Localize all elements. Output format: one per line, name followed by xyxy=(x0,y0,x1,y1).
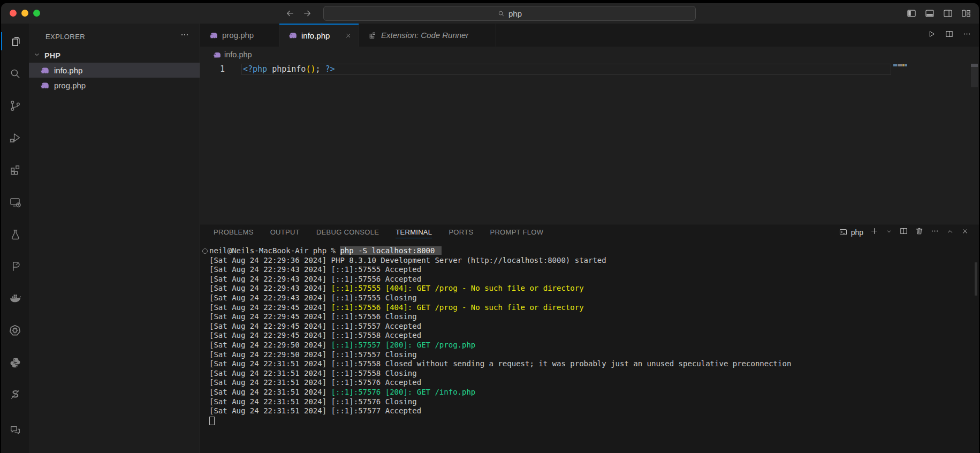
code-editor[interactable]: 1 <?php phpinfo(); ?> xyxy=(200,63,979,224)
run-code-icon[interactable] xyxy=(927,29,936,41)
kubernetes-icon[interactable] xyxy=(1,318,29,343)
folder-row-php[interactable]: PHP xyxy=(29,48,200,63)
search-query: php xyxy=(508,9,522,18)
kill-terminal-icon[interactable] xyxy=(915,227,924,238)
terminal-profile-chip[interactable]: php xyxy=(839,228,863,237)
tab-close-icon[interactable] xyxy=(343,31,353,40)
breadcrumb[interactable]: info.php xyxy=(200,47,979,63)
command-decoration-icon[interactable] xyxy=(202,248,208,254)
toggle-secondary-sidebar-icon[interactable] xyxy=(943,8,953,19)
tab-label: prog.php xyxy=(222,31,254,40)
explorer-icon[interactable] xyxy=(1,28,29,54)
tab-prog-php[interactable]: prog.php xyxy=(200,24,279,47)
terminal-log-line: [Sat Aug 24 22:29:36 2024]PHP 8.3.10 Dev… xyxy=(209,256,963,266)
php-file-icon xyxy=(40,66,49,75)
sidebar-title: EXPLORER xyxy=(45,33,85,41)
file-name: prog.php xyxy=(54,81,86,90)
terminal-log-line: [Sat Aug 24 22:29:45 2024][::1]:57556 [4… xyxy=(209,303,963,313)
panel-tab-prompt-flow[interactable]: PROMPT FLOW xyxy=(490,224,543,240)
new-terminal-icon[interactable] xyxy=(870,227,879,238)
terminal-log-line: [Sat Aug 24 22:31:51 2024][::1]:57576 [2… xyxy=(209,388,963,397)
vscode-window: php EXPLORER PHP info. xyxy=(1,3,979,453)
testing-icon[interactable] xyxy=(1,221,29,247)
chat-feedback-icon[interactable] xyxy=(1,417,29,443)
navigate-forward-icon[interactable] xyxy=(302,9,312,18)
php-file-icon xyxy=(40,81,49,90)
php-file-icon xyxy=(213,51,221,59)
panel-tab-bar: PROBLEMS OUTPUT DEBUG CONSOLE TERMINAL P… xyxy=(214,224,543,240)
editor-scrollbar[interactable] xyxy=(971,64,978,87)
extensions-file-icon xyxy=(368,31,377,40)
command-center-search[interactable]: php xyxy=(323,6,696,21)
terminal-log-line: [Sat Aug 24 22:29:43 2024][::1]:57555 Ac… xyxy=(209,265,963,275)
file-name: info.php xyxy=(54,66,82,75)
terminal-profile-label: php xyxy=(851,228,863,237)
terminal-log-line: [Sat Aug 24 22:31:51 2024][::1]:57577 Ac… xyxy=(209,406,963,416)
file-row-info-php[interactable]: info.php xyxy=(29,63,200,78)
tab-strip: prog.php info.php Extension: Code Runner xyxy=(200,24,979,47)
php-file-icon xyxy=(288,31,297,40)
panel-tab-terminal[interactable]: TERMINAL xyxy=(396,224,432,240)
maximize-panel-icon[interactable] xyxy=(946,227,954,238)
terminal-log-line: [Sat Aug 24 22:29:43 2024][::1]:57555 [4… xyxy=(209,284,963,293)
panel-tab-problems[interactable]: PROBLEMS xyxy=(214,224,254,240)
panel-tab-output[interactable]: OUTPUT xyxy=(270,224,300,240)
terminal-log-line: [Sat Aug 24 22:29:45 2024][::1]:57556 Cl… xyxy=(209,312,963,322)
terminal-log-line: [Sat Aug 24 22:29:50 2024][::1]:57557 Cl… xyxy=(209,350,963,360)
activity-bar xyxy=(1,24,29,453)
terminal-log-line: [Sat Aug 24 22:29:50 2024][::1]:57557 [2… xyxy=(209,341,963,350)
customize-layout-icon[interactable] xyxy=(961,8,971,19)
traffic-light-zoom-button[interactable] xyxy=(33,10,40,17)
editor-more-actions-icon[interactable] xyxy=(962,29,971,41)
terminal-log-line: [Sat Aug 24 22:29:45 2024][::1]:57558 Ac… xyxy=(209,331,963,341)
prompt-flow-icon[interactable] xyxy=(1,253,29,279)
semicolon: ; xyxy=(315,64,320,74)
breadcrumb-file: info.php xyxy=(224,50,252,59)
toggle-primary-sidebar-icon[interactable] xyxy=(906,8,917,19)
terminal-more-actions-icon[interactable] xyxy=(930,227,939,238)
folder-expand-chevron-icon xyxy=(33,51,41,61)
toggle-panel-icon[interactable] xyxy=(924,8,935,19)
current-line-highlight xyxy=(241,64,891,75)
extensions-icon[interactable] xyxy=(1,157,29,183)
title-bar: php xyxy=(1,3,979,24)
search-icon xyxy=(497,10,505,18)
source-control-icon[interactable] xyxy=(1,93,29,118)
phpinfo-call: phpinfo xyxy=(267,64,306,74)
php-close-tag: ?> xyxy=(321,64,335,74)
file-row-prog-php[interactable]: prog.php xyxy=(29,78,200,93)
bottom-panel: PROBLEMS OUTPUT DEBUG CONSOLE TERMINAL P… xyxy=(200,224,979,453)
terminal-actions: php xyxy=(839,224,969,240)
close-panel-icon[interactable] xyxy=(961,227,969,238)
minimap[interactable] xyxy=(893,64,907,66)
shell-prompt: neil@Neils-MacBook-Air php % xyxy=(209,246,336,255)
python-icon[interactable] xyxy=(1,350,29,375)
remote-explorer-icon[interactable] xyxy=(1,189,29,215)
terminal-scrollbar[interactable] xyxy=(975,262,977,296)
editor-group: prog.php info.php Extension: Code Runner… xyxy=(200,24,979,453)
panel-tab-debug-console[interactable]: DEBUG CONSOLE xyxy=(316,224,379,240)
split-terminal-icon[interactable] xyxy=(899,227,908,238)
traffic-light-minimize-button[interactable] xyxy=(21,10,28,17)
executed-command: php -S localhost:8000 xyxy=(340,246,442,255)
tab-extension-code-runner[interactable]: Extension: Code Runner xyxy=(359,24,496,47)
line-number: 1 xyxy=(200,64,225,75)
terminal-prompt-line: neil@Neils-MacBook-Air php %php -S local… xyxy=(209,246,963,256)
launch-profile-chevron-icon[interactable] xyxy=(885,228,893,237)
explorer-more-actions-icon[interactable] xyxy=(179,29,191,41)
traffic-light-close-button[interactable] xyxy=(10,10,17,17)
run-and-debug-icon[interactable] xyxy=(1,125,29,150)
split-editor-icon[interactable] xyxy=(945,29,954,41)
semantic-kernel-icon[interactable] xyxy=(1,382,29,407)
docker-icon[interactable] xyxy=(1,285,29,311)
search-sidebar-icon[interactable] xyxy=(1,61,29,86)
tab-info-php-active[interactable]: info.php xyxy=(279,24,359,47)
brackets: () xyxy=(306,64,315,74)
folder-name: PHP xyxy=(44,51,60,60)
php-open-tag: <?php xyxy=(243,64,267,74)
terminal-log-line: [Sat Aug 24 22:29:45 2024][::1]:57557 Ac… xyxy=(209,322,963,331)
terminal-log-line: [Sat Aug 24 22:31:51 2024][::1]:57558 Cl… xyxy=(209,369,963,379)
terminal-view[interactable]: neil@Neils-MacBook-Air php %php -S local… xyxy=(200,240,979,453)
panel-tab-ports[interactable]: PORTS xyxy=(449,224,473,240)
navigate-back-icon[interactable] xyxy=(285,9,295,18)
